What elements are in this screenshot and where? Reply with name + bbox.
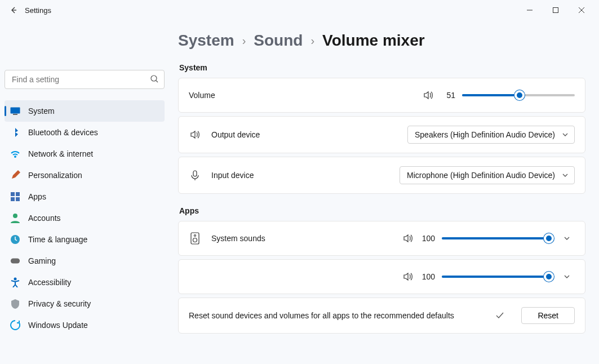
speaker-icon[interactable] xyxy=(402,271,414,282)
accounts-icon xyxy=(10,213,20,223)
input-device-select[interactable]: Microphone (High Definition Audio Device… xyxy=(400,166,575,184)
sidebar-item-gaming[interactable]: Gaming xyxy=(5,250,165,272)
svg-rect-10 xyxy=(11,259,20,264)
sidebar-item-label: Time & language xyxy=(28,235,87,244)
app-volume-slider[interactable] xyxy=(442,271,549,282)
app-volume-row: 100 xyxy=(178,259,585,294)
sidebar-item-accessibility[interactable]: Accessibility xyxy=(5,272,165,293)
search-wrap xyxy=(5,70,165,89)
app-volume-label: System sounds xyxy=(211,234,265,243)
chevron-down-icon xyxy=(562,131,569,138)
sidebar-item-label: Bluetooth & devices xyxy=(28,128,98,137)
sidebar-item-system[interactable]: System xyxy=(5,100,165,122)
sidebar-item-apps[interactable]: Apps xyxy=(5,186,165,207)
svg-rect-3 xyxy=(13,114,17,115)
reset-card: Reset sound devices and volumes for all … xyxy=(178,298,585,334)
sidebar-item-accounts[interactable]: Accounts xyxy=(5,207,165,229)
volume-label: Volume xyxy=(189,91,215,100)
breadcrumb-sound[interactable]: Sound xyxy=(254,32,303,50)
svg-point-15 xyxy=(193,238,197,242)
sidebar-item-label: Accessibility xyxy=(28,278,71,287)
chevron-right-icon: › xyxy=(242,34,246,47)
speaker-icon xyxy=(189,129,201,140)
reset-description: Reset sound devices and volumes for all … xyxy=(189,311,478,320)
output-device-value: Speakers (High Definition Audio Device) xyxy=(415,130,555,139)
input-device-card: Input device Microphone (High Definition… xyxy=(178,157,585,194)
search-input[interactable] xyxy=(5,70,165,89)
network-icon xyxy=(10,149,20,159)
sidebar-item-privacy[interactable]: Privacy & security xyxy=(5,293,165,314)
microphone-icon xyxy=(189,170,201,181)
input-device-value: Microphone (High Definition Audio Device… xyxy=(407,171,555,180)
svg-point-14 xyxy=(194,235,196,237)
svg-point-1 xyxy=(151,76,157,81)
expand-button[interactable] xyxy=(559,230,575,246)
window-title: Settings xyxy=(25,6,51,15)
close-icon xyxy=(579,7,584,13)
gaming-icon xyxy=(10,256,20,266)
app-icon xyxy=(189,232,201,245)
update-icon xyxy=(10,320,20,330)
section-heading-system: System xyxy=(179,63,585,72)
svg-rect-2 xyxy=(11,108,20,114)
app-volume-value: 100 xyxy=(420,234,435,243)
svg-rect-12 xyxy=(193,171,197,176)
back-button[interactable] xyxy=(5,1,23,19)
svg-rect-4 xyxy=(11,192,15,196)
volume-card: Volume 51 xyxy=(178,78,585,113)
app-volume-row: System sounds100 xyxy=(178,221,585,256)
speaker-icon[interactable] xyxy=(423,90,434,101)
check-icon xyxy=(489,311,511,320)
input-device-label: Input device xyxy=(211,171,254,180)
sidebar-item-label: Privacy & security xyxy=(28,299,91,308)
sidebar-item-label: System xyxy=(28,106,55,116)
titlebar: Settings xyxy=(0,0,599,20)
maximize-button[interactable] xyxy=(543,1,569,19)
svg-rect-6 xyxy=(11,197,15,201)
chevron-down-icon xyxy=(562,172,569,179)
sidebar-item-label: Gaming xyxy=(28,256,56,265)
svg-rect-5 xyxy=(16,192,20,196)
sidebar-item-label: Personalization xyxy=(28,171,82,180)
minimize-icon xyxy=(527,7,533,13)
sidebar-item-personalization[interactable]: Personalization xyxy=(5,165,165,186)
svg-rect-0 xyxy=(553,8,558,13)
chevron-right-icon: › xyxy=(310,34,314,47)
sidebar-item-bluetooth[interactable]: Bluetooth & devices xyxy=(5,122,165,143)
search-icon xyxy=(150,74,159,83)
personalization-icon xyxy=(10,170,20,180)
bluetooth-icon xyxy=(10,127,20,137)
svg-point-8 xyxy=(13,214,17,218)
sidebar-item-time[interactable]: Time & language xyxy=(5,229,165,250)
system-icon xyxy=(10,106,20,116)
volume-value: 51 xyxy=(441,91,455,100)
sidebar-item-label: Apps xyxy=(28,192,46,201)
main-content: System › Sound › Volume mixer System Vol… xyxy=(169,20,599,364)
privacy-icon xyxy=(10,299,20,309)
speaker-icon[interactable] xyxy=(402,233,414,244)
minimize-button[interactable] xyxy=(517,1,543,19)
apps-icon xyxy=(10,192,20,202)
section-heading-apps: Apps xyxy=(179,206,585,215)
arrow-left-icon xyxy=(9,6,18,15)
sidebar-item-label: Accounts xyxy=(28,214,61,223)
nav-list: SystemBluetooth & devicesNetwork & inter… xyxy=(5,100,165,336)
expand-button[interactable] xyxy=(559,269,575,285)
sidebar-item-network[interactable]: Network & internet xyxy=(5,143,165,165)
sidebar-item-label: Network & internet xyxy=(28,149,93,158)
breadcrumb-system[interactable]: System xyxy=(178,32,234,50)
sidebar-item-label: Windows Update xyxy=(28,321,88,330)
app-volume-value: 100 xyxy=(420,272,435,281)
output-device-card: Output device Speakers (High Definition … xyxy=(178,116,585,153)
maximize-icon xyxy=(553,7,558,13)
sidebar: SystemBluetooth & devicesNetwork & inter… xyxy=(0,20,169,364)
breadcrumb-volume-mixer: Volume mixer xyxy=(322,32,425,50)
output-device-label: Output device xyxy=(211,130,260,139)
app-volume-slider[interactable] xyxy=(442,233,549,244)
volume-slider[interactable] xyxy=(462,90,575,101)
output-device-select[interactable]: Speakers (High Definition Audio Device) xyxy=(407,126,575,144)
sidebar-item-update[interactable]: Windows Update xyxy=(5,314,165,336)
reset-button[interactable]: Reset xyxy=(521,307,575,324)
close-button[interactable] xyxy=(569,1,594,19)
breadcrumb: System › Sound › Volume mixer xyxy=(178,32,585,50)
